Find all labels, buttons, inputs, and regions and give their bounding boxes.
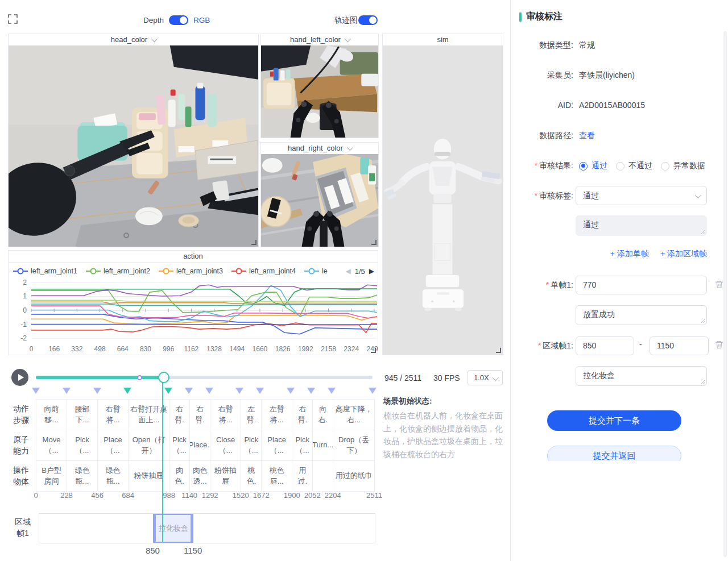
hand-left-camera-select[interactable]: hand_left_color — [261, 34, 378, 46]
frame-axis-label-2052: 2052 — [304, 491, 321, 500]
right-panel-scrollbar[interactable] — [723, 31, 727, 557]
step-cell-r0-c1[interactable]: 腰部下... — [67, 400, 98, 430]
step-cell-r1-c0[interactable]: Move（... — [36, 430, 67, 461]
data-path-link[interactable]: 查看 — [579, 131, 595, 141]
radio-abnormal-label[interactable]: 异常数据 — [673, 161, 705, 171]
timeline-marker-228[interactable] — [63, 388, 71, 394]
svg-text:-2: -2 — [20, 334, 27, 342]
panel-resize-handle[interactable] — [371, 348, 376, 353]
timeline-marker-684[interactable] — [123, 388, 131, 394]
step-cell-r1-c9[interactable]: Pick（... — [292, 430, 313, 461]
legend-prev-icon[interactable]: ◀ — [345, 267, 350, 275]
timeline-marker-2204[interactable] — [328, 388, 336, 394]
hand-right-camera-select[interactable]: hand_right_color — [261, 143, 378, 155]
step-cell-r0-c9[interactable]: 右臂. — [292, 400, 313, 430]
region-segment[interactable]: 拉化妆盒 — [153, 514, 193, 543]
step-cell-r0-c8[interactable]: 左臂将... — [262, 400, 292, 430]
head-camera-select[interactable]: head_color — [9, 34, 258, 46]
depth-rgb-toggle[interactable] — [169, 15, 188, 25]
panel-resize-handle[interactable] — [371, 240, 377, 245]
step-cell-r2-c10[interactable] — [313, 461, 333, 492]
review-tag-note-textarea[interactable]: 通过 — [576, 215, 707, 236]
legend-item-left_arm_joint1[interactable]: left_arm_joint1 — [13, 267, 77, 275]
step-cell-r2-c7[interactable]: 桃色. — [241, 461, 262, 492]
timeline-marker-2511[interactable] — [369, 388, 377, 394]
step-cell-r0-c4[interactable]: 右臂. — [169, 400, 190, 430]
radio-icon[interactable] — [661, 162, 669, 171]
legend-next-icon[interactable]: ▶ — [369, 267, 374, 275]
step-cell-r1-c8[interactable]: Place（... — [262, 430, 292, 461]
fullscreen-button[interactable] — [8, 14, 18, 24]
radio-option-abnormal[interactable]: 异常数据 — [661, 161, 705, 171]
step-cell-r2-c9[interactable]: 用过. — [292, 461, 313, 492]
hand-left-camera-image — [261, 45, 378, 138]
step-cell-r0-c3[interactable]: 右臂打开桌面上... — [129, 400, 169, 430]
timeline-marker-1672[interactable] — [256, 388, 264, 394]
collector-value: 李轶晨(liyichen) — [579, 70, 635, 81]
timeline-marker-2052[interactable] — [307, 388, 315, 394]
timeline-marker-456[interactable] — [93, 388, 101, 394]
step-cell-r0-c7[interactable]: 左臂. — [241, 400, 262, 430]
legend-item-left_arm_joint3[interactable]: left_arm_joint3 — [159, 267, 223, 275]
add-region-frame-link[interactable]: + 添加区域帧 — [660, 249, 707, 259]
rgb-label: RGB — [193, 15, 210, 25]
trajectory-toggle[interactable] — [358, 15, 378, 25]
single-frame-input[interactable]: 770 — [576, 276, 707, 294]
region-frame-note-textarea[interactable]: 拉化妆盒 — [576, 366, 707, 386]
step-cell-r2-c11[interactable]: 用过的纸巾 — [333, 461, 375, 492]
submit-back-button[interactable]: 提交并返回 — [547, 446, 681, 461]
step-cell-r1-c7[interactable]: Pick（... — [241, 430, 262, 461]
step-cell-r1-c5[interactable]: Place.. — [190, 430, 210, 461]
region-frame-end-input[interactable]: 1150 — [650, 336, 709, 355]
delete-single-frame-icon[interactable] — [714, 280, 724, 289]
step-cell-r1-c11[interactable]: Drop（丢下） — [333, 430, 375, 461]
step-cell-r2-c3[interactable]: 粉饼抽屉 — [129, 461, 169, 492]
series-line-unlabeled_series_5 — [31, 325, 377, 325]
legend-item-left_arm_joint2[interactable]: left_arm_joint2 — [86, 267, 150, 275]
step-cell-r2-c6[interactable]: 粉饼抽屉 — [210, 461, 241, 492]
step-cell-r0-c11[interactable]: 高度下降，右... — [333, 400, 375, 430]
radio-icon[interactable] — [616, 162, 624, 171]
timeline-slider-handle[interactable] — [158, 372, 169, 383]
timeline-marker-1140[interactable] — [185, 388, 193, 394]
single-frame-note-textarea[interactable]: 放置成功 — [576, 305, 707, 325]
step-cell-r2-c8[interactable]: 桃色唇... — [262, 461, 292, 492]
timeline-marker-1520[interactable] — [235, 388, 243, 394]
step-cell-r0-c5[interactable]: 右臂. — [190, 400, 210, 430]
step-cell-r1-c2[interactable]: Place（... — [98, 430, 129, 461]
submit-next-button[interactable]: 提交并下一条 — [547, 410, 681, 431]
radio-selected-icon[interactable] — [579, 162, 588, 171]
step-cell-r2-c4[interactable]: 肉色. — [169, 461, 190, 492]
radio-fail-label[interactable]: 不通过 — [628, 161, 652, 171]
legend-item-left_arm_joint4[interactable]: left_arm_joint4 — [231, 267, 296, 275]
radio-option-pass[interactable]: 通过 — [579, 161, 607, 171]
delete-region-frame-icon[interactable] — [714, 340, 724, 350]
step-cell-r2-c5[interactable]: 肉色透... — [190, 461, 210, 492]
step-cell-r2-c0[interactable]: B户型房间 — [36, 461, 67, 492]
radio-pass-label[interactable]: 通过 — [592, 161, 607, 171]
step-cell-r2-c1[interactable]: 绿色瓶... — [67, 461, 98, 492]
step-cell-r1-c10[interactable]: Turn... — [313, 430, 333, 461]
svg-text:1: 1 — [23, 292, 27, 300]
timeline-marker-1292[interactable] — [205, 388, 213, 394]
timeline-marker-988[interactable] — [164, 388, 172, 394]
step-cell-r2-c2[interactable]: 绿色瓶... — [98, 461, 129, 492]
radio-option-fail[interactable]: 不通过 — [616, 161, 652, 171]
step-cell-r1-c3[interactable]: Open（打开） — [129, 430, 169, 461]
play-button[interactable] — [11, 369, 28, 386]
panel-resize-handle[interactable] — [251, 240, 257, 245]
legend-item-le[interactable]: le — [304, 267, 328, 275]
step-cell-r1-c1[interactable]: Pick（... — [67, 430, 98, 461]
step-cell-r1-c6[interactable]: Close（... — [210, 430, 241, 461]
timeline-marker-1900[interactable] — [287, 388, 295, 394]
step-cell-r0-c6[interactable]: 右臂将... — [210, 400, 241, 430]
timeline-marker-0[interactable] — [32, 388, 40, 394]
add-single-frame-link[interactable]: + 添加单帧 — [610, 249, 649, 259]
step-cell-r0-c0[interactable]: 向前移... — [36, 400, 67, 430]
step-cell-r0-c10[interactable]: 向右. — [313, 400, 333, 430]
speed-select[interactable]: 1.0X — [468, 370, 503, 385]
step-cell-r1-c4[interactable]: Pick（... — [169, 430, 190, 461]
review-tag-select[interactable]: 通过 — [576, 186, 707, 205]
region-frame-start-input[interactable]: 850 — [576, 336, 634, 355]
step-cell-r0-c2[interactable]: 右臂将... — [98, 400, 129, 430]
